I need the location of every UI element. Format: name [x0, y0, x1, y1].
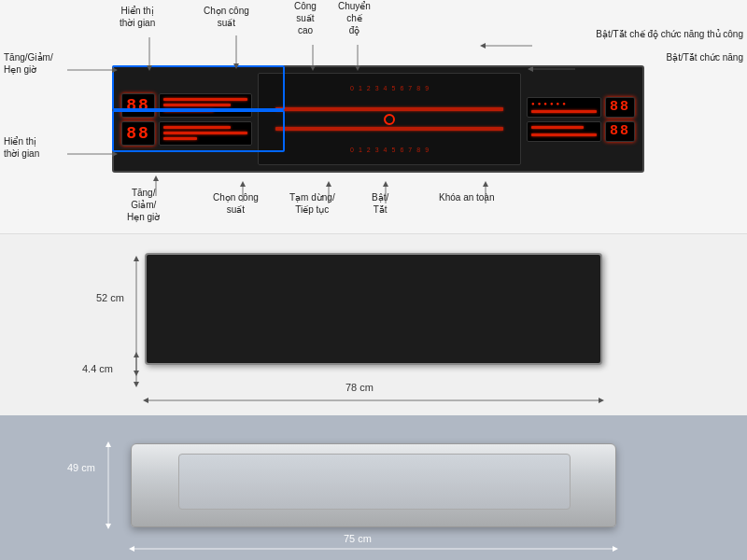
arrow-hien-thi-bot: [67, 147, 119, 161]
svg-marker-23: [383, 181, 388, 187]
bar-line: [531, 126, 584, 129]
bar-line: [531, 133, 597, 136]
svg-marker-39: [129, 546, 134, 552]
svg-marker-17: [153, 175, 159, 181]
dot-b7: 7: [408, 147, 412, 153]
cooktop-top-view: [145, 253, 602, 365]
bar-display-bottom: [159, 121, 252, 146]
dot-4: 4: [384, 85, 388, 91]
bar-line: [163, 132, 247, 134]
svg-marker-1: [112, 67, 118, 73]
dot-b5: 5: [392, 147, 396, 153]
right-bar-display-bottom: [527, 121, 601, 142]
dot-9: 9: [425, 85, 429, 91]
bar-line: [163, 98, 247, 101]
svg-marker-36: [106, 441, 111, 447]
arrow-hien-thi-top: [145, 37, 154, 70]
label-cong-suat-cao: Côngsuấtcao: [294, 0, 317, 36]
label-tang-giam-top: Tăng/Giảm/Hẹn giờ: [4, 51, 53, 76]
right-bar-display-top: ●● ●● ●●: [527, 97, 601, 118]
dot-6: 6: [400, 85, 403, 91]
arrow-bat-tat: [381, 183, 390, 203]
arrow-49cm: [101, 443, 116, 527]
arrow-chuyen-che-do: [353, 45, 362, 69]
dot-7: 7: [408, 85, 412, 91]
dot-b4: 4: [384, 147, 388, 153]
svg-marker-21: [326, 181, 331, 187]
bar-line: [163, 126, 231, 129]
control-panel-section: 88 88 0 1 2 3: [0, 0, 747, 233]
dot-1: 1: [359, 85, 362, 91]
svg-marker-37: [106, 524, 111, 529]
svg-marker-34: [599, 398, 604, 403]
label-hien-thi-bottom: Hiển thịthời gian: [4, 135, 39, 160]
display-row-top: 88: [121, 93, 252, 118]
arrow-chon-cong-bot: [238, 183, 247, 202]
label-chon-cong-suat-bot: Chọn côngsuất: [213, 191, 259, 216]
svg-marker-33: [143, 398, 148, 403]
arrow-tang-giam-bot: [151, 177, 161, 196]
bar-display-top: [159, 93, 252, 118]
dot-b3: 3: [375, 147, 379, 153]
arrow-75cm: [131, 541, 616, 556]
right-row-bottom: 88: [527, 121, 635, 142]
arrow-78cm: [145, 393, 602, 408]
arrow-chon-cong: [232, 35, 241, 68]
digit-display-right-top: 88: [605, 97, 635, 118]
dim-49cm: 49 cm: [67, 462, 95, 473]
dot-b2: 2: [367, 147, 371, 153]
arrow-khoa: [481, 183, 490, 203]
dot-8: 8: [416, 85, 420, 91]
dim-52cm: 52 cm: [96, 292, 124, 303]
svg-marker-27: [134, 256, 139, 261]
arrow-bat-tat-thu-cong: [478, 39, 534, 53]
center-dot: [384, 114, 395, 125]
arrow-4-4cm: [129, 356, 144, 384]
cooktop-side-section: 49 cm 75 cm: [0, 415, 747, 560]
svg-marker-11: [480, 43, 486, 49]
dots-row-bottom: 0 1 2 3 4 5 6 7 8 9: [350, 147, 429, 153]
dot-3: 3: [375, 85, 379, 91]
dots-row-top: 0 1 2 3 4 5 6 7 8 9: [350, 85, 429, 91]
svg-marker-40: [613, 546, 618, 552]
dot-b6: 6: [400, 147, 403, 153]
digit-display-top: 88: [121, 93, 155, 118]
bar-line: [163, 104, 231, 106]
bar-line: [163, 137, 197, 140]
right-row-top: ●● ●● ●● 88: [527, 97, 635, 118]
label-bat-tat-thu-cong: Bật/Tắt chế độ chức năng thủ công: [596, 28, 743, 40]
arrow-tang-giam-top: [67, 65, 119, 84]
svg-marker-15: [112, 151, 118, 157]
middle-bar-2: [275, 127, 504, 131]
svg-marker-25: [483, 181, 488, 187]
arrow-cong-suat-cao: [308, 45, 317, 69]
label-chuyen-che-do: Chuyểnchếđộ: [338, 0, 371, 36]
dot-5: 5: [392, 85, 396, 91]
label-bat-tat-chuc-nang: Bật/Tắt chức năng: [667, 51, 743, 63]
svg-marker-19: [240, 181, 246, 187]
label-chon-cong-suat-top: Chọn côngsuất: [204, 5, 249, 29]
dim-4-4cm: 4.4 cm: [82, 363, 113, 374]
svg-marker-31: [134, 382, 139, 387]
dot-b8: 8: [416, 147, 420, 153]
dot-b0: 0: [350, 147, 354, 153]
digit-display-bottom: 88: [121, 121, 155, 146]
dot-2: 2: [367, 85, 371, 91]
bar-line: [163, 109, 214, 112]
display-row-bottom: 88: [121, 121, 252, 146]
arrow-tam-dung: [324, 183, 333, 203]
panel-left: 88 88: [121, 93, 252, 146]
right-dot-row: ●● ●● ●●: [531, 101, 597, 106]
cooktop-side-view: [131, 443, 616, 527]
control-panel: 88 88 0 1 2 3: [112, 65, 644, 173]
arrow-bat-tat-chuc-nang: [526, 63, 577, 77]
svg-marker-13: [528, 66, 533, 72]
dot-b1: 1: [359, 147, 362, 153]
digit-display-right-bottom: 88: [605, 121, 635, 142]
dim-78cm: 78 cm: [345, 382, 374, 393]
panel-middle: 0 1 2 3 4 5 6 7 8 9 0 1 2 3 4 5 6: [258, 73, 521, 165]
dot-0: 0: [350, 85, 354, 91]
cooktop-dimension-section: 52 cm 4.4 cm 78 cm: [0, 233, 747, 415]
label-hien-thi-top: Hiển thịthời gian: [120, 5, 155, 29]
bar-line: [531, 110, 597, 113]
